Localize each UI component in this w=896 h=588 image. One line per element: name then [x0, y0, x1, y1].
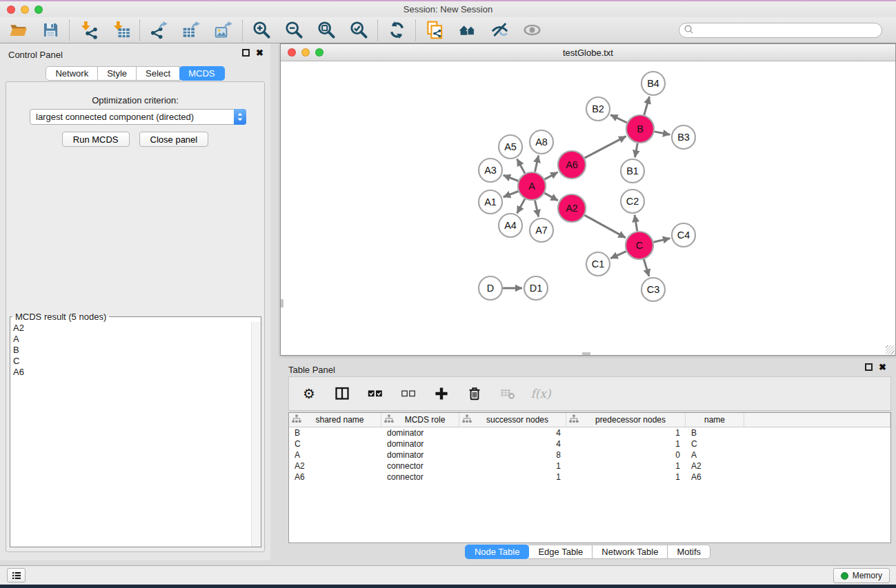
edge-B-B4[interactable]: [644, 97, 650, 115]
tab-edge-table[interactable]: Edge Table: [529, 545, 593, 559]
column-header-MCDS-role[interactable]: MCDS role: [381, 413, 459, 427]
copy-network-icon[interactable]: [425, 21, 444, 40]
refresh-icon[interactable]: [387, 21, 406, 40]
node-A1[interactable]: A1: [479, 190, 502, 214]
search-input[interactable]: [694, 26, 877, 35]
edge-C-C4[interactable]: [653, 239, 670, 243]
folder-open-icon[interactable]: [8, 21, 28, 40]
result-list-item[interactable]: A2: [13, 323, 261, 334]
window-resize-grip[interactable]: [886, 345, 895, 354]
column-header-successor-nodes[interactable]: successor nodes: [459, 413, 566, 427]
node-A3[interactable]: A3: [479, 159, 502, 182]
edge-A6-B[interactable]: [585, 136, 626, 159]
node-B4[interactable]: B4: [641, 72, 665, 95]
node-B3[interactable]: B3: [672, 125, 695, 149]
column-header-predecessor-nodes[interactable]: predecessor nodes: [566, 413, 686, 427]
tab-network-table[interactable]: Network Table: [593, 545, 668, 559]
eye-slash-icon[interactable]: [490, 21, 509, 40]
node-A5[interactable]: A5: [499, 135, 522, 159]
zoom-out-icon[interactable]: [284, 21, 303, 40]
node-A6[interactable]: A6: [558, 151, 586, 179]
node-B[interactable]: B: [626, 115, 654, 143]
float-panel-icon[interactable]: [242, 49, 250, 57]
close-panel-icon[interactable]: ✖: [256, 49, 263, 57]
table-close-panel-icon[interactable]: ✖: [879, 363, 886, 371]
edge-C-C3[interactable]: [644, 259, 649, 276]
houses-icon[interactable]: [457, 21, 477, 40]
tab-mcds[interactable]: MCDS: [179, 66, 224, 81]
unchecked-boxes-icon[interactable]: [400, 385, 417, 402]
edge-B-B1[interactable]: [635, 143, 638, 158]
table-float-panel-icon[interactable]: [865, 363, 873, 371]
table-row[interactable]: A6connector11A6: [289, 472, 890, 483]
edge-A-A7[interactable]: [535, 201, 539, 217]
column-header-shared-name[interactable]: shared name: [289, 413, 381, 427]
node-A4[interactable]: A4: [499, 214, 522, 237]
edge-A-A5[interactable]: [517, 159, 525, 174]
checked-boxes-icon[interactable]: [367, 385, 384, 402]
tab-network[interactable]: Network: [46, 66, 98, 81]
memory-button[interactable]: Memory: [833, 568, 890, 583]
node-C2[interactable]: C2: [621, 190, 644, 213]
node-A8[interactable]: A8: [530, 130, 553, 154]
export-image-icon[interactable]: [214, 21, 233, 40]
edge-A-A8[interactable]: [535, 156, 539, 172]
node-C4[interactable]: C4: [672, 223, 695, 247]
cell: 4: [459, 428, 566, 438]
node-D[interactable]: D: [479, 276, 502, 300]
zoom-fit-icon[interactable]: [317, 21, 336, 40]
table-row[interactable]: Cdominator41C: [289, 438, 890, 449]
node-A[interactable]: A: [518, 172, 546, 200]
edge-C-C1[interactable]: [610, 252, 626, 258]
edge-A-A1[interactable]: [504, 192, 519, 197]
edge-B-B2[interactable]: [610, 115, 627, 123]
tree-icon: [292, 414, 301, 425]
node-A2[interactable]: A2: [558, 194, 586, 222]
import-network-icon[interactable]: [79, 21, 98, 40]
gear-icon[interactable]: ⚙: [301, 385, 317, 402]
result-list-item[interactable]: A: [13, 334, 261, 345]
plus-icon[interactable]: [433, 385, 450, 402]
close-panel-button[interactable]: Close panel: [139, 132, 209, 147]
run-mcds-button[interactable]: Run MCDS: [62, 132, 130, 147]
search-box[interactable]: [679, 23, 882, 38]
edge-C-C2[interactable]: [635, 215, 637, 232]
eye-icon[interactable]: [522, 21, 541, 40]
node-C1[interactable]: C1: [586, 252, 610, 276]
edge-B-B3[interactable]: [655, 132, 670, 134]
node-C3[interactable]: C3: [641, 278, 665, 301]
node-B1[interactable]: B1: [621, 159, 644, 183]
result-scrollbar[interactable]: [251, 322, 261, 547]
trash-icon[interactable]: [466, 385, 483, 402]
edge-A-A4[interactable]: [517, 199, 525, 213]
edge-A-A2[interactable]: [544, 193, 558, 201]
node-A7[interactable]: A7: [530, 219, 553, 242]
import-table-icon[interactable]: [111, 21, 130, 40]
edge-A-A6[interactable]: [545, 172, 558, 179]
edge-A2-C[interactable]: [584, 215, 626, 238]
table-row[interactable]: A2connector11A2: [289, 460, 890, 472]
split-columns-icon[interactable]: [334, 385, 350, 402]
edge-A-A3[interactable]: [504, 175, 519, 181]
table-row[interactable]: Bdominator41B: [289, 427, 890, 438]
show-panels-button[interactable]: [7, 568, 26, 582]
tab-node-table[interactable]: Node Table: [465, 545, 530, 559]
node-D1[interactable]: D1: [524, 276, 548, 300]
result-list-item[interactable]: A6: [13, 367, 261, 378]
zoom-selected-icon[interactable]: [349, 21, 368, 40]
node-B2[interactable]: B2: [586, 97, 610, 121]
optimization-criterion-select[interactable]: largest connected component (directed): [30, 109, 246, 125]
network-canvas[interactable]: B4B2BB3A8A5A6A3B1AA1C2A2A4A7C4CC1C3DD1: [281, 62, 895, 355]
export-table-icon[interactable]: [181, 21, 201, 40]
tab-style[interactable]: Style: [98, 66, 137, 81]
result-list-item[interactable]: B: [13, 345, 261, 356]
node-C[interactable]: C: [626, 232, 653, 259]
table-row[interactable]: Adominator80A: [289, 449, 890, 460]
tab-motifs[interactable]: Motifs: [668, 545, 710, 559]
column-header-name[interactable]: name: [686, 413, 744, 427]
tab-select[interactable]: Select: [137, 66, 180, 81]
zoom-in-icon[interactable]: [252, 21, 271, 40]
save-icon[interactable]: [41, 21, 60, 40]
export-network-icon[interactable]: [149, 21, 168, 40]
result-list-item[interactable]: C: [13, 356, 261, 367]
